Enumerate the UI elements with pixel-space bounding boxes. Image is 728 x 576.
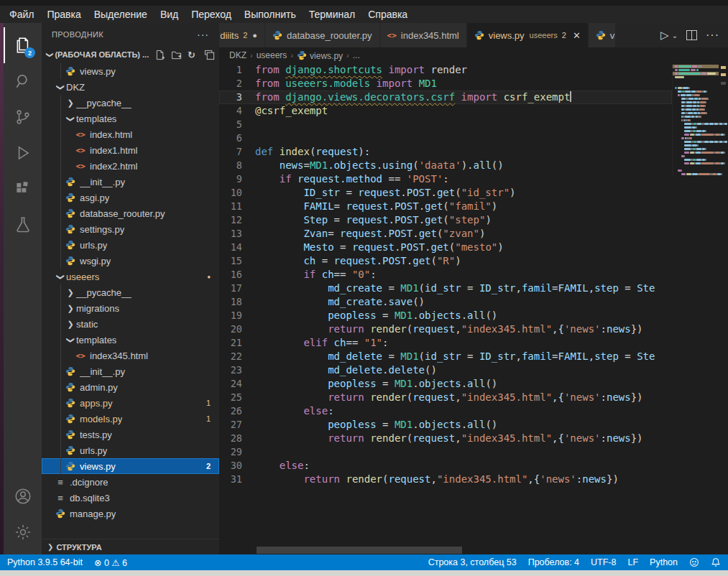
- tree-item-database-roouter-py[interactable]: database_roouter.py: [42, 205, 219, 221]
- activity-bar: 2: [4, 23, 42, 554]
- line-number: 26: [219, 404, 255, 418]
- line-number: 2: [219, 77, 255, 90]
- tab-views-py[interactable]: views.pyuseeers2✕: [467, 23, 589, 47]
- notifications-bell-icon[interactable]: [711, 557, 721, 567]
- tree-item-index2-html[interactable]: <>index2.html: [42, 158, 219, 174]
- tree-item-index-html[interactable]: <>index.html: [42, 126, 219, 142]
- tree-item-tests-py[interactable]: tests.py: [42, 427, 219, 442]
- line-number: 7: [219, 145, 255, 159]
- menu-item-файл[interactable]: Файл: [3, 7, 40, 22]
- status-eol[interactable]: LF: [627, 557, 638, 567]
- menu-item-вид[interactable]: Вид: [154, 7, 185, 22]
- tree-item-static[interactable]: ❯static: [42, 316, 219, 332]
- breadcrumb-item-views-py[interactable]: views.py: [297, 50, 343, 61]
- tree-item-urls-py[interactable]: urls.py: [42, 442, 219, 458]
- outline-section-header[interactable]: ❯ СТРУКТУРА: [42, 539, 219, 554]
- more-actions-icon[interactable]: ···: [706, 29, 719, 42]
- testing-activity-button[interactable]: [4, 207, 42, 243]
- status-language-mode[interactable]: Python: [650, 557, 678, 567]
- tree-item-admin-py[interactable]: admin.py: [42, 379, 219, 395]
- collapse-all-icon[interactable]: [204, 50, 215, 60]
- sidebar-more-actions[interactable]: ···: [197, 29, 209, 40]
- tree-item-views-py[interactable]: views.py2: [42, 458, 219, 474]
- chevron-down-icon: ❯: [66, 334, 75, 345]
- scrollbar-thumb[interactable]: [257, 547, 462, 554]
- tree-item-apps-py[interactable]: apps.py1: [42, 395, 219, 411]
- tab-label: index345.html: [401, 30, 459, 41]
- menu-item-справка[interactable]: Справка: [361, 7, 414, 22]
- tab-diiits[interactable]: diiits2●: [219, 23, 265, 47]
- status-indentation[interactable]: Пробелов: 4: [528, 557, 579, 567]
- menu-item-выполнить[interactable]: Выполнить: [238, 7, 303, 22]
- settings-gear-button[interactable]: [4, 514, 42, 550]
- code-area: 1from django.shortcuts import render2fro…: [219, 63, 728, 554]
- tree-item--init-py[interactable]: __init__.py: [42, 363, 219, 379]
- breadcrumb-item-useeers[interactable]: useeers: [257, 50, 287, 60]
- refresh-icon[interactable]: ↻: [188, 50, 198, 60]
- code-line: 28 return render(request,"index345.html"…: [219, 432, 672, 445]
- search-activity-button[interactable]: [4, 63, 42, 99]
- code-lines[interactable]: 1from django.shortcuts import render2fro…: [219, 63, 672, 546]
- tree-item-dkz[interactable]: ❯DKZ: [42, 79, 219, 95]
- tab-vie[interactable]: vie: [589, 23, 616, 47]
- explorer-activity-button[interactable]: 2: [4, 27, 42, 63]
- feedback-icon[interactable]: [689, 557, 699, 567]
- tab-database-roouter-py[interactable]: database_roouter.py: [265, 23, 380, 47]
- tree-item--pycache-[interactable]: ❯__pycache__: [42, 284, 219, 300]
- chevron-down-icon: ❯: [66, 113, 75, 124]
- line-number: 31: [219, 473, 255, 486]
- new-folder-icon[interactable]: [171, 50, 182, 60]
- tree-item-manage-py[interactable]: manage.py: [42, 506, 219, 521]
- line-number: 23: [219, 363, 255, 377]
- file-name: admin.py: [80, 382, 118, 393]
- line-number: 19: [219, 309, 255, 322]
- run-button[interactable]: ▷: [660, 29, 669, 42]
- status-python-interpreter[interactable]: Python 3.9.5 64-bit: [7, 557, 83, 567]
- extensions-activity-button[interactable]: [4, 171, 42, 207]
- close-icon[interactable]: ✕: [573, 30, 581, 41]
- tree-item--pycache-[interactable]: ❯__pycache__: [42, 95, 219, 111]
- tab-index345-html[interactable]: <>index345.html: [380, 23, 467, 47]
- vertical-scrollbar[interactable]: [719, 63, 728, 554]
- problem-badge: ●: [207, 274, 211, 280]
- account-icon: [14, 487, 32, 506]
- breadcrumb-item-dkz[interactable]: DKZ: [229, 50, 246, 60]
- menu-item-переход[interactable]: Переход: [185, 7, 238, 22]
- tree-item-urls-py[interactable]: urls.py: [42, 237, 219, 253]
- horizontal-scrollbar[interactable]: [219, 546, 672, 554]
- tree-item--dcignore[interactable]: ≡.dcignore: [42, 474, 219, 490]
- tree-item-asgi-py[interactable]: asgi.py: [42, 190, 219, 205]
- tree-item-templates[interactable]: ❯templates: [42, 332, 219, 348]
- tree-item-index345-html[interactable]: <>index345.html: [42, 348, 219, 363]
- tree-item-views-py[interactable]: views.py: [42, 63, 219, 79]
- code-line: 11 FAMIL= request.POST.get("famil"): [219, 200, 672, 213]
- tree-item-templates[interactable]: ❯templates: [42, 111, 219, 126]
- account-button[interactable]: [4, 478, 42, 514]
- vscode-window: ФайлПравкаВыделениеВидПереходВыполнитьТе…: [0, 0, 728, 576]
- line-number: 15: [219, 254, 255, 268]
- workspace-section-header[interactable]: ❯ (РАБОЧАЯ ОБЛАСТЬ) ... ↻: [42, 46, 219, 63]
- menu-item-правка[interactable]: Правка: [40, 7, 87, 22]
- status-encoding[interactable]: UTF-8: [591, 557, 616, 567]
- status-cursor-position[interactable]: Строка 3, столбец 53: [428, 557, 517, 567]
- tree-item-settings-py[interactable]: settings.py: [42, 221, 219, 237]
- source-control-activity-button[interactable]: [4, 99, 42, 135]
- tree-item--init-py[interactable]: __init__.py: [42, 174, 219, 190]
- status-problems[interactable]: ⊗ 0 ⚠ 6: [94, 557, 127, 568]
- tree-item-index1-html[interactable]: <>index1.html: [42, 142, 219, 158]
- breadcrumb-item--[interactable]: ...: [353, 50, 360, 60]
- tree-item-wsgi-py[interactable]: wsgi.py: [42, 253, 219, 269]
- tree-item-db-sqlite3[interactable]: ≡db.sqlite3: [42, 490, 219, 506]
- new-file-icon[interactable]: [155, 50, 165, 60]
- run-debug-activity-button[interactable]: [4, 135, 42, 171]
- menu-item-терминал[interactable]: Терминал: [303, 7, 361, 22]
- python-file-icon: [65, 429, 76, 440]
- file-name: templates: [76, 113, 116, 124]
- menu-item-выделение[interactable]: Выделение: [88, 7, 154, 22]
- tree-item-migrations[interactable]: ❯migrations: [42, 300, 219, 316]
- minimap[interactable]: [672, 63, 719, 176]
- split-editor-icon[interactable]: [686, 30, 697, 40]
- tree-item-useeers[interactable]: ❯useeers●: [42, 269, 219, 284]
- tree-item-models-py[interactable]: models.py1: [42, 411, 219, 427]
- run-dropdown-icon[interactable]: ⌄: [672, 32, 678, 40]
